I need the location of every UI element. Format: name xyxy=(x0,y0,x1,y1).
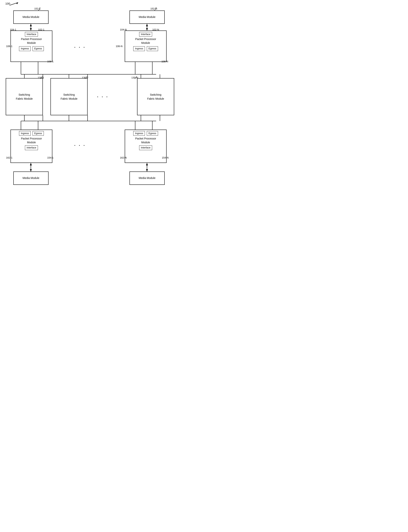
network-diagram: 100 Media Module 152-1 Media Module 152-… xyxy=(0,0,183,206)
pp-top-right-egress: Egress xyxy=(147,46,158,51)
label-108-1: 108-1 xyxy=(47,60,53,63)
svg-marker-35 xyxy=(146,169,148,172)
label-108-N: 108-N xyxy=(162,60,168,63)
pp-top-left-main-label: Packet ProcessorModule xyxy=(21,37,42,45)
brace-130-2 xyxy=(85,76,89,79)
pp-bot-left-egress: Egress xyxy=(33,131,44,136)
pp-module-top-right: Interface Packet ProcessorModule Ingress… xyxy=(125,30,167,62)
label-162-1: 162-1 xyxy=(6,156,12,159)
brace-130-N xyxy=(134,76,139,79)
svg-marker-34 xyxy=(146,163,148,166)
pp-top-left-interface: Interface xyxy=(25,32,38,37)
svg-marker-31 xyxy=(30,163,32,166)
sfm-right-label: SwitchingFabric Module xyxy=(147,93,164,101)
pp-bot-left-main-label: Packet ProcessorModule xyxy=(21,137,42,144)
pp-top-right-main-label: Packet ProcessorModule xyxy=(135,37,156,45)
svg-marker-7 xyxy=(146,28,148,30)
pp-bot-left-ingress: Ingress xyxy=(19,131,31,136)
label-106-N: 106-N xyxy=(116,45,122,48)
label-154-N: 154-N xyxy=(162,156,169,159)
media-module-top-right: Media Module xyxy=(129,10,165,24)
title-arrow xyxy=(8,1,19,7)
sfm-left-label: SwitchingFabric Module xyxy=(16,93,33,101)
pp-top-left-ingress: Ingress xyxy=(19,46,31,51)
svg-marker-3 xyxy=(30,24,32,26)
pp-module-top-left: Interface Packet ProcessorModule Ingress… xyxy=(10,30,52,62)
pp-module-bot-left: Ingress Egress Packet ProcessorModule In… xyxy=(10,130,52,163)
dots-bottom: . . . xyxy=(74,142,86,147)
sfm-center: SwitchingFabric Module xyxy=(51,78,88,115)
pp-bot-right-interface: Interface xyxy=(139,145,152,150)
dots-center: . . . xyxy=(97,93,109,98)
label-104-N: 104-N xyxy=(120,28,127,31)
media-module-bot-right: Media Module xyxy=(129,172,165,185)
svg-marker-4 xyxy=(30,28,32,30)
media-module-top-left: Media Module xyxy=(13,10,49,24)
media-module-bot-left: Media Module xyxy=(13,172,49,185)
svg-marker-6 xyxy=(146,24,148,26)
dots-top: . . . xyxy=(74,44,86,49)
sfm-left: SwitchingFabric Module xyxy=(6,78,43,115)
label-102-1: 102-1 xyxy=(38,28,44,31)
label-162-N: 162-N xyxy=(120,156,127,159)
pp-bot-left-interface: Interface xyxy=(25,145,38,150)
label-104-1: 104-1 xyxy=(10,28,16,31)
pp-module-bot-right: Ingress Egress Packet ProcessorModule In… xyxy=(125,130,167,163)
pp-top-left-egress: Egress xyxy=(33,46,44,51)
svg-marker-32 xyxy=(30,169,32,172)
label-154-1: 154-1 xyxy=(47,156,53,159)
pp-bot-right-ingress: Ingress xyxy=(133,131,145,136)
pp-bot-right-egress: Egress xyxy=(147,131,158,136)
label-106-1: 106-1 xyxy=(6,45,12,48)
pp-bot-right-main-label: Packet ProcessorModule xyxy=(135,137,156,144)
label-102-N: 102-N xyxy=(152,28,159,31)
label-brace-152-1 xyxy=(37,7,43,11)
pp-top-right-ingress: Ingress xyxy=(133,46,145,51)
pp-top-right-interface: Interface xyxy=(139,32,152,37)
label-brace-152-N xyxy=(153,7,159,11)
sfm-center-label: SwitchingFabric Module xyxy=(60,93,77,101)
sfm-right: SwitchingFabric Module xyxy=(137,78,174,115)
brace-130-1 xyxy=(40,76,45,79)
